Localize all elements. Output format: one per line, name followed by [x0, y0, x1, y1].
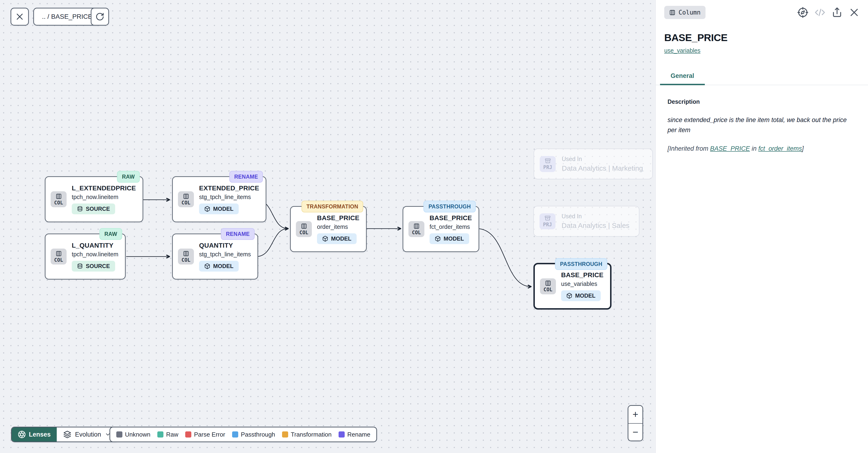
explore-lineage-button[interactable] — [798, 7, 808, 18]
columns-icon — [301, 223, 307, 229]
view-code-button[interactable] — [814, 7, 825, 18]
node-l-extendedprice[interactable]: RAW COL L_EXTENDEDPRICE tpch_now.lineite… — [45, 176, 143, 222]
asset-type-pill: MODEL — [561, 290, 601, 301]
legend-swatch — [157, 431, 163, 437]
description-label: Description — [668, 98, 860, 105]
code-icon — [814, 7, 825, 18]
node-extended-price[interactable]: RENAME COL EXTENDED_PRICE stg_tpch_line_… — [172, 176, 266, 222]
used-in-name: Data Analytics | Marketing — [562, 164, 643, 172]
legend-swatch — [116, 431, 122, 437]
node-subtitle: order_items — [317, 223, 348, 230]
columns-icon — [413, 223, 420, 229]
column-chip: COL — [408, 221, 424, 237]
legend-swatch — [185, 431, 191, 437]
column-chip: COL — [540, 278, 556, 294]
close-icon — [15, 12, 24, 21]
database-icon — [77, 263, 83, 269]
node-base-price-fct-order-items[interactable]: PASSTHROUGH COL BASE_PRICE fct_order_ite… — [403, 206, 479, 252]
used-in-label: Used In — [562, 213, 582, 220]
zoom-in-button[interactable]: + — [628, 406, 643, 423]
inherited-note: [Inherited from BASE_PRICE in fct_order_… — [668, 145, 860, 152]
node-title: BASE_PRICE — [430, 214, 472, 222]
cube-icon — [204, 263, 210, 269]
used-in-node-marketing[interactable]: PRJ Used In Data Analytics | Marketing — [534, 148, 653, 179]
tab-general[interactable]: General — [660, 69, 705, 85]
project-chip: PRJ — [539, 214, 555, 229]
close-graph-button[interactable] — [10, 8, 29, 26]
columns-icon — [56, 193, 62, 199]
compass-icon — [798, 7, 808, 18]
legend-swatch — [339, 431, 345, 437]
legend-item-parse-error: Parse Error — [185, 431, 225, 438]
lens-badge: PASSTHROUGH — [555, 258, 607, 270]
node-base-price-order-items[interactable]: TRANSFORMATION COL BASE_PRICE order_item… — [290, 206, 367, 252]
lenses-button[interactable]: Lenses — [12, 427, 57, 442]
column-chip: COL — [51, 191, 67, 207]
column-chip: COL — [51, 249, 67, 264]
columns-icon — [545, 280, 551, 286]
description-text: since extended_price is the line item to… — [668, 115, 858, 135]
node-subtitle: use_variables — [561, 281, 597, 287]
node-quantity[interactable]: RENAME COL QUANTITY stg_tpch_line_items … — [172, 233, 258, 280]
node-subtitle: stg_tpch_line_items — [199, 194, 251, 200]
asset-type-pill: MODEL — [317, 233, 356, 244]
node-title: EXTENDED_PRICE — [199, 185, 259, 192]
used-in-name: Data Analytics | Sales — [562, 222, 629, 230]
node-base-price-use-variables[interactable]: PASSTHROUGH COL BASE_PRICE use_variables… — [533, 263, 612, 310]
cube-icon — [435, 236, 441, 242]
lens-badge: RENAME — [229, 171, 263, 182]
columns-icon — [183, 193, 189, 199]
panel-tabs: General — [656, 69, 868, 85]
asset-type-pill: MODEL — [430, 233, 469, 244]
cube-icon — [322, 236, 328, 242]
share-button[interactable] — [832, 7, 842, 18]
lens-badge: RAW — [117, 171, 140, 182]
used-in-node-sales[interactable]: PRJ Used In Data Analytics | Sales — [533, 206, 640, 236]
node-subtitle: tpch_now.lineitem — [72, 251, 118, 258]
column-chip: COL — [296, 221, 312, 237]
node-title: BASE_PRICE — [317, 214, 360, 222]
close-icon — [849, 7, 860, 18]
details-panel: Column BASE_PRICE use_variables General … — [656, 0, 868, 453]
share-icon — [832, 7, 842, 18]
refresh-button[interactable] — [91, 8, 109, 26]
close-panel-button[interactable] — [849, 7, 860, 18]
archive-icon — [545, 158, 551, 164]
asset-type-pill: SOURCE — [72, 203, 115, 214]
node-title: BASE_PRICE — [561, 271, 603, 279]
aperture-icon — [18, 430, 26, 438]
legend-item-transformation: Transformation — [282, 431, 332, 438]
column-chip: COL — [178, 249, 194, 264]
inherited-model-link[interactable]: fct_order_items — [758, 145, 802, 152]
node-title: L_EXTENDEDPRICE — [72, 185, 136, 192]
inherited-column-link[interactable]: BASE_PRICE — [710, 145, 750, 152]
asset-type-pill: MODEL — [199, 261, 239, 272]
lineage-canvas[interactable]: .. / BASE_PRICE RAW COL L_EXTENDEDPRICE … — [0, 0, 656, 453]
cube-icon — [204, 206, 210, 212]
lens-badge: RENAME — [221, 228, 254, 240]
lenses-label: Lenses — [29, 431, 51, 438]
lens-badge: PASSTHROUGH — [424, 201, 476, 213]
node-title: QUANTITY — [199, 242, 233, 249]
zoom-out-button[interactable]: − — [628, 423, 643, 441]
archive-icon — [545, 215, 551, 221]
lenses-control: Lenses Evolution — [11, 427, 118, 442]
node-subtitle: stg_tpch_line_items — [199, 251, 251, 258]
legend-item-raw: Raw — [157, 431, 178, 438]
panel-title: BASE_PRICE — [664, 32, 860, 44]
asset-type-pill: MODEL — [199, 203, 239, 214]
project-chip: PRJ — [540, 156, 556, 172]
columns-icon — [56, 250, 62, 257]
legend-item-rename: Rename — [339, 431, 370, 438]
lens-mode-label: Evolution — [75, 431, 101, 438]
lens-mode-dropdown[interactable]: Evolution — [57, 427, 118, 442]
model-link[interactable]: use_variables — [664, 47, 700, 54]
legend-item-unknown: Unknown — [116, 431, 150, 438]
legend-swatch — [232, 431, 238, 437]
asset-type-pill: SOURCE — [72, 261, 115, 272]
cube-icon — [566, 293, 572, 299]
refresh-icon — [95, 12, 104, 21]
entity-type-badge: Column — [664, 6, 706, 19]
layers-icon — [63, 430, 71, 438]
node-l-quantity[interactable]: RAW COL L_QUANTITY tpch_now.lineitem SOU… — [45, 233, 126, 280]
